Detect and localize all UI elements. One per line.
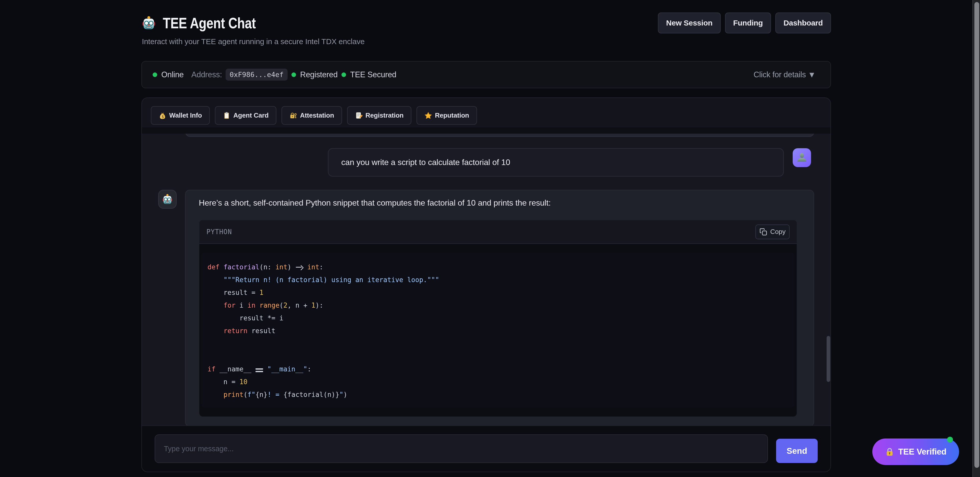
- lock-icon: [885, 447, 894, 456]
- assistant-message-panel: Here’s a short, self-contained Python sn…: [185, 190, 814, 426]
- code-line: print(f"{n}! = {factorial(n)}"): [207, 388, 789, 401]
- assistant-message-text: Here’s a short, self-contained Python sn…: [199, 197, 797, 209]
- copy-code-button[interactable]: Copy: [756, 224, 790, 239]
- new-session-button[interactable]: New Session: [658, 13, 721, 33]
- agent-status-bar[interactable]: Online Address: 0xF986...e4ef Registered…: [142, 61, 831, 88]
- clipboard-icon: [223, 112, 231, 119]
- code-line: return result: [207, 324, 789, 337]
- tab-label: Registration: [366, 111, 404, 119]
- page-subtitle: Interact with your TEE agent running in …: [142, 37, 365, 46]
- chat-card: Wallet Info Agent Card Attestation Regis…: [142, 97, 831, 472]
- code-block: PYTHON Copy def factorial(n: int) int: "…: [199, 219, 797, 417]
- assistant-avatar: [158, 190, 177, 209]
- robot-icon: [162, 194, 173, 205]
- tab-label: Reputation: [435, 111, 469, 119]
- assistant-message-row: Here’s a short, self-contained Python sn…: [158, 190, 814, 426]
- online-status: Online: [153, 70, 184, 80]
- copy-button-label: Copy: [770, 228, 786, 236]
- code-line: if __name__ "__main__":: [207, 363, 789, 375]
- user-message-row: can you write a script to calculate fact…: [158, 148, 814, 176]
- locked-with-key-icon: [290, 112, 297, 119]
- send-label: Send: [787, 446, 807, 456]
- tab-registration[interactable]: Registration: [347, 106, 411, 125]
- chevron-down-icon: ▼: [810, 71, 814, 78]
- tee-verified-label: TEE Verified: [898, 447, 947, 456]
- funding-button[interactable]: Funding: [725, 13, 771, 33]
- details-toggle-label: Click for details: [754, 70, 806, 80]
- header-actions: New Session Funding Dashboard: [658, 13, 831, 33]
- code-line: for i in range(2, n + 1):: [207, 299, 789, 312]
- page-scrollbar-thumb[interactable]: [974, 2, 979, 468]
- user-message-bubble: can you write a script to calculate fact…: [328, 148, 784, 176]
- new-session-label: New Session: [666, 19, 713, 27]
- funding-label: Funding: [733, 19, 763, 27]
- code-line: [207, 350, 789, 363]
- tee-secured-status-dot: [342, 72, 346, 77]
- page-title: TEE Agent Chat: [163, 14, 256, 32]
- code-block-header: PYTHON Copy: [199, 220, 797, 244]
- online-status-label: Online: [161, 70, 184, 80]
- composer: Send: [142, 426, 830, 472]
- header: TEE Agent Chat New Session Funding Dashb…: [142, 11, 831, 35]
- previous-message-partial: [185, 134, 814, 137]
- chat-messages-section: can you write a script to calculate fact…: [142, 127, 830, 426]
- dashboard-label: Dashboard: [783, 19, 823, 27]
- code-line: """Return n! (n factorial) using an iter…: [207, 273, 789, 286]
- tee-secured-status: TEE Secured: [342, 70, 396, 80]
- send-button[interactable]: Send: [776, 439, 818, 463]
- online-status-dot: [153, 72, 157, 77]
- address-label: Address:: [191, 70, 222, 80]
- tee-online-dot: [947, 437, 953, 442]
- registered-status-dot: [291, 72, 296, 77]
- tab-attestation[interactable]: Attestation: [282, 106, 342, 125]
- memo-icon: [355, 112, 363, 119]
- code-line: [207, 337, 789, 350]
- tab-reputation[interactable]: Reputation: [417, 106, 477, 125]
- chat-scrollbar-thumb[interactable]: [827, 336, 830, 382]
- tab-label: Attestation: [300, 111, 334, 119]
- user-message-text: can you write a script to calculate fact…: [341, 157, 510, 167]
- details-toggle[interactable]: Click for details ▼: [754, 70, 814, 80]
- code-line: result = 1: [207, 286, 789, 299]
- tab-wallet-info[interactable]: Wallet Info: [151, 106, 210, 125]
- person-icon: [796, 152, 808, 163]
- robot-logo-icon: [142, 16, 156, 30]
- code-body: def factorial(n: int) int: """Return n! …: [199, 244, 797, 417]
- star-icon: [425, 112, 432, 119]
- address-value: 0xF986...e4ef: [226, 68, 288, 81]
- code-line: def factorial(n: int) int:: [207, 261, 789, 273]
- tee-verified-badge[interactable]: TEE Verified: [872, 439, 959, 465]
- dashboard-button[interactable]: Dashboard: [775, 13, 831, 33]
- tab-agent-card[interactable]: Agent Card: [215, 106, 277, 125]
- chat-messages-scroll-area[interactable]: can you write a script to calculate fact…: [142, 134, 830, 426]
- user-avatar: [793, 148, 811, 167]
- message-input[interactable]: [155, 434, 768, 463]
- tab-strip: Wallet Info Agent Card Attestation Regis…: [142, 98, 830, 127]
- tee-secured-status-label: TEE Secured: [350, 70, 396, 80]
- code-language-label: PYTHON: [207, 228, 232, 236]
- code-line: n = 10: [207, 375, 789, 388]
- page-scrollbar[interactable]: [972, 0, 980, 477]
- tab-label: Wallet Info: [169, 111, 202, 119]
- address-value-text: 0xF986...e4ef: [230, 71, 283, 79]
- code-line: result *= i: [207, 312, 789, 324]
- copy-icon: [759, 228, 767, 236]
- money-bag-icon: [159, 112, 166, 119]
- code-content: def factorial(n: int) int: """Return n! …: [201, 253, 795, 407]
- tab-label: Agent Card: [233, 111, 269, 119]
- registered-status-label: Registered: [300, 70, 338, 80]
- registered-status: Registered: [291, 70, 338, 80]
